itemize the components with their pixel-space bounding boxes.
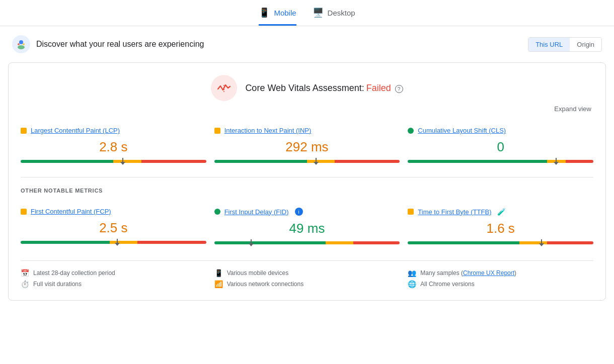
metric-link-fid[interactable]: First Input Delay (FID) xyxy=(224,208,289,216)
main-card: Core Web Vitals Assessment: Failed ? Exp… xyxy=(8,62,606,301)
gauge-container-lcp xyxy=(21,160,206,163)
gauge-marker-cls xyxy=(554,158,559,165)
metric-item-ttfb: Time to First Byte (TTFB)🧪 1.6 s xyxy=(408,204,593,248)
metric-dot-ttfb xyxy=(408,209,414,215)
metric-label-inp: Interaction to Next Paint (INP) xyxy=(214,127,400,134)
gauge-segment-green xyxy=(408,160,547,163)
footer-text-devices: Various mobile devices xyxy=(227,269,289,277)
gauge-segment-orange xyxy=(110,241,137,244)
assessment-status: Failed xyxy=(366,83,391,93)
gauge-marker-triangle xyxy=(249,243,254,246)
metric-link-ttfb[interactable]: Time to First Byte (TTFB) xyxy=(418,208,491,216)
metric-link-cls[interactable]: Cumulative Layout Shift (CLS) xyxy=(418,127,506,134)
footer-col3: 👥 Many samples (Chrome UX Report) 🌐 All … xyxy=(408,269,593,288)
expand-view[interactable]: Expand view xyxy=(21,105,593,113)
gauge-bar-inp xyxy=(214,160,400,163)
gauge-container-fid xyxy=(214,241,400,244)
metric-item-lcp: Largest Contentful Paint (LCP) 2.8 s xyxy=(21,123,206,167)
gauge-bar-cls xyxy=(408,160,593,163)
tab-desktop[interactable]: 🖥️ Desktop xyxy=(313,7,355,26)
svg-point-1 xyxy=(18,45,25,49)
gauge-marker-triangle xyxy=(115,243,120,246)
gauge-container-ttfb xyxy=(408,241,593,244)
core-metrics-grid: Largest Contentful Paint (LCP) 2.8 s Int… xyxy=(21,123,593,167)
header: Discover what your real users are experi… xyxy=(0,26,614,62)
info-badge-fid[interactable]: i xyxy=(295,208,303,216)
tab-bar: 📱 Mobile 🖥️ Desktop xyxy=(0,0,614,26)
gauge-segment-orange xyxy=(113,160,141,163)
footer-col1: 📅 Latest 28-day collection period ⏱️ Ful… xyxy=(21,269,206,288)
gauge-container-cls xyxy=(408,160,593,163)
metric-label-lcp: Largest Contentful Paint (LCP) xyxy=(21,127,206,134)
timer-icon: ⏱️ xyxy=(21,280,29,288)
gauge-marker-triangle xyxy=(314,162,319,165)
assessment-text: Core Web Vitals Assessment: Failed ? xyxy=(245,83,403,94)
svg-point-0 xyxy=(19,40,23,44)
beaker-icon-ttfb: 🧪 xyxy=(497,208,506,216)
expand-label: Expand view xyxy=(554,105,591,113)
assessment-help-icon[interactable]: ? xyxy=(395,85,403,93)
metric-item-fcp: First Contentful Paint (FCP) 2.5 s xyxy=(21,204,206,248)
people-icon: 👥 xyxy=(408,269,416,277)
calendar-icon: 📅 xyxy=(21,269,29,277)
tab-mobile[interactable]: 📱 Mobile xyxy=(259,7,296,26)
gauge-segment-red xyxy=(547,241,593,244)
gauge-segment-red xyxy=(141,160,206,163)
gauge-segment-orange xyxy=(307,160,335,163)
tab-desktop-label: Desktop xyxy=(328,9,355,17)
tab-mobile-label: Mobile xyxy=(274,9,296,17)
gauge-bar-ttfb xyxy=(408,241,593,244)
gauge-marker-triangle xyxy=(539,243,544,246)
gauge-marker-ttfb xyxy=(539,239,544,246)
metric-value-fid: 49 ms xyxy=(214,221,400,236)
metric-dot-fcp xyxy=(21,209,27,215)
gauge-marker-triangle xyxy=(554,162,559,165)
mobile-icon: 📱 xyxy=(259,7,270,18)
gauge-segment-green xyxy=(21,241,110,244)
footer-text-network: Various network connections xyxy=(227,281,304,288)
metric-label-ttfb: Time to First Byte (TTFB)🧪 xyxy=(408,208,593,216)
gauge-segment-red xyxy=(137,241,206,244)
metric-value-lcp: 2.8 s xyxy=(21,139,206,155)
this-url-button[interactable]: This URL xyxy=(528,38,570,51)
other-metrics-grid: First Contentful Paint (FCP) 2.5 s First… xyxy=(21,204,593,248)
metric-dot-lcp xyxy=(21,128,27,134)
device-icon: 📱 xyxy=(214,269,223,277)
other-metrics-label: OTHER NOTABLE METRICS xyxy=(21,188,593,194)
footer-mobile-devices: 📱 Various mobile devices xyxy=(214,269,400,277)
avatar xyxy=(12,35,30,53)
desktop-icon: 🖥️ xyxy=(313,7,324,18)
metric-link-fcp[interactable]: First Contentful Paint (FCP) xyxy=(31,208,111,215)
metric-item-cls: Cumulative Layout Shift (CLS) 0 xyxy=(408,123,593,167)
gauge-container-inp xyxy=(214,160,400,163)
gauge-segment-green xyxy=(21,160,113,163)
origin-button[interactable]: Origin xyxy=(570,38,601,51)
assessment-header: Core Web Vitals Assessment: Failed ? xyxy=(21,75,593,101)
gauge-marker-inp xyxy=(314,158,319,165)
network-icon: 📶 xyxy=(214,280,223,288)
gauge-bar-lcp xyxy=(21,160,206,163)
metric-label-fcp: First Contentful Paint (FCP) xyxy=(21,208,206,215)
metric-link-lcp[interactable]: Largest Contentful Paint (LCP) xyxy=(31,127,120,134)
gauge-marker-triangle xyxy=(120,162,125,165)
footer-network: 📶 Various network connections xyxy=(214,280,400,288)
metric-label-fid: First Input Delay (FID)i xyxy=(214,208,400,216)
gauge-marker-fcp xyxy=(115,239,120,246)
footer-samples: 👥 Many samples (Chrome UX Report) xyxy=(408,269,593,277)
metric-dot-fid xyxy=(214,209,220,215)
metric-value-cls: 0 xyxy=(408,139,593,155)
metric-item-inp: Interaction to Next Paint (INP) 292 ms xyxy=(214,123,400,167)
assessment-title: Core Web Vitals Assessment: xyxy=(245,83,364,93)
metric-link-inp[interactable]: Interaction to Next Paint (INP) xyxy=(224,127,312,134)
footer-collection-period: 📅 Latest 28-day collection period xyxy=(21,269,206,277)
metric-dot-cls xyxy=(408,128,414,134)
header-left: Discover what your real users are experi… xyxy=(12,35,204,53)
gauge-container-fcp xyxy=(21,241,206,244)
assessment-icon xyxy=(211,75,237,101)
gauge-segment-green xyxy=(214,160,307,163)
metric-item-fid: First Input Delay (FID)i 49 ms xyxy=(214,204,400,248)
chrome-ux-report-link[interactable]: Chrome UX Report xyxy=(463,269,514,277)
gauge-segment-green xyxy=(408,241,519,244)
svg-point-3 xyxy=(18,43,20,45)
metric-label-cls: Cumulative Layout Shift (CLS) xyxy=(408,127,593,134)
